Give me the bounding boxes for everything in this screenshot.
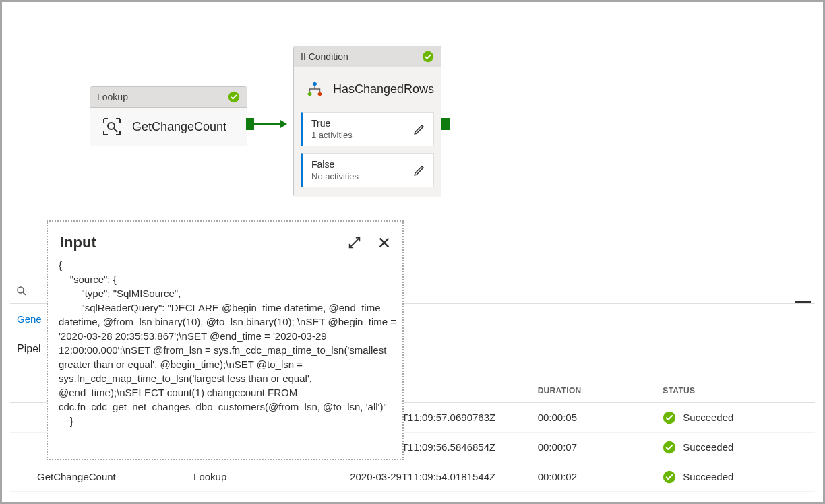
true-branch-label: True [311,118,353,129]
lookup-type-label: Lookup [97,92,128,102]
success-check-icon [228,91,240,103]
ifcondition-icon [305,78,325,100]
sub-section-label: Pipel [10,343,48,355]
cell-runstart: 2020-03-29T11:09:54.0181544Z [350,471,538,482]
cell-type: Lookup [193,471,350,482]
svg-point-3 [18,287,24,293]
cell-status: Succeeded [683,441,733,453]
ifcondition-activity-node[interactable]: If Condition HasChangedRows True [293,46,441,197]
success-check-icon [663,470,676,484]
cell-duration: 00:00:07 [538,441,663,453]
success-check-icon [663,411,676,424]
pencil-edit-icon[interactable] [413,123,425,135]
cell-name: GetChangeCount [37,471,193,482]
false-branch-label: False [311,159,359,170]
pencil-edit-icon[interactable] [413,164,425,177]
popup-json-body[interactable]: { "source": { "type": "SqlMISource", "sq… [59,258,402,447]
true-branch-sub: 1 activities [311,130,353,140]
lookup-output-port[interactable] [246,118,254,130]
ifcond-true-branch[interactable]: True 1 activities [301,112,434,146]
lookup-activity-name: GetChangeCount [132,120,226,134]
expand-icon[interactable] [347,235,362,250]
success-check-icon [663,441,676,454]
ifcond-node-header: If Condition [294,46,441,67]
ifcond-false-branch[interactable]: False No activities [301,153,434,187]
cell-duration: 00:00:02 [538,471,663,482]
connector-lookup-to-ifcond[interactable] [254,123,286,125]
cell-duration: 00:00:05 [538,412,663,423]
ifcond-type-label: If Condition [301,51,348,62]
close-icon[interactable] [377,235,392,250]
ifcond-activity-name: HasChangedRows [333,82,434,96]
cell-status: Succeeded [683,412,733,423]
table-row[interactable]: GetChangeCount Lookup 2020-03-29T11:09:5… [10,462,815,492]
lookup-icon [101,116,123,137]
popup-title: Input [60,234,96,251]
false-branch-sub: No activities [311,171,359,181]
input-json-popup[interactable]: Input { "source": { "type": "SqlMISource… [47,220,404,460]
svg-point-1 [108,123,115,129]
col-status: STATUS [663,386,788,396]
col-duration: DURATION [538,386,663,396]
search-icon[interactable] [16,285,28,297]
ifcond-output-port[interactable] [441,118,450,130]
success-check-icon [422,51,434,63]
lookup-activity-node[interactable]: Lookup GetChangeCount [90,86,247,146]
cell-status: Succeeded [683,471,733,482]
collapse-line-icon[interactable] [795,301,811,303]
tab-general[interactable]: Gene [17,313,42,325]
lookup-node-header: Lookup [90,87,247,108]
